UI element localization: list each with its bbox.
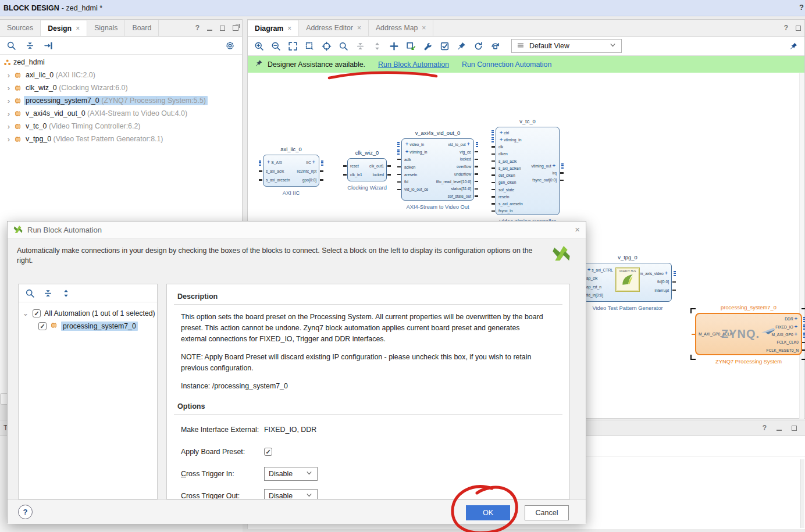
tab-sources[interactable]: Sources bbox=[0, 20, 41, 36]
ip-block-v_tpg_0[interactable]: v_tpg_0+s_axi_CTRLap_clkap_rst_nfid_in[0… bbox=[583, 263, 672, 302]
gear-icon[interactable] bbox=[223, 39, 236, 52]
tab-address-editor-close-icon[interactable]: × bbox=[357, 24, 361, 32]
chevron-right-icon[interactable]: › bbox=[5, 84, 13, 92]
view-selector-dropdown[interactable]: Default View bbox=[511, 39, 622, 53]
cancel-button[interactable]: Cancel bbox=[525, 505, 569, 520]
tree-item-axi_iic_0[interactable]: ›axi_iic_0 (AXI IIC:2.0) bbox=[0, 69, 242, 81]
port-sof_state: sof_state bbox=[496, 186, 525, 193]
left-panel-minimize-icon[interactable] bbox=[207, 26, 212, 31]
ps7-checkbox[interactable]: ✓ bbox=[38, 322, 47, 330]
bottom-right-help-icon[interactable]: ? bbox=[763, 424, 767, 432]
pin-icon[interactable] bbox=[787, 40, 800, 52]
tab-board[interactable]: Board bbox=[125, 20, 159, 36]
tree-item-v_tpg_0[interactable]: ›v_tpg_0 (Video Test Pattern Generator:8… bbox=[0, 133, 242, 145]
block-title: v_tc_0 bbox=[519, 118, 536, 124]
ip-block-axi_iic_0[interactable]: axi_iic_0+S_AXIs_axi_aclks_axi_aresetnII… bbox=[263, 155, 319, 187]
collapse-all-icon[interactable] bbox=[23, 39, 36, 52]
run-block-automation-dialog: Run Block Automation × Automatically mak… bbox=[7, 221, 586, 523]
left-panel-float-icon[interactable] bbox=[233, 25, 238, 31]
chevron-down-icon[interactable]: ⌄ bbox=[22, 309, 29, 317]
expand-all-icon[interactable] bbox=[59, 287, 72, 299]
port-aclken: aclken bbox=[402, 163, 430, 171]
reload-view-icon[interactable] bbox=[489, 40, 501, 52]
left-panel-help-icon[interactable]: ? bbox=[195, 24, 200, 32]
automation-tree-item-row[interactable]: ✓ processing_system7_0 bbox=[19, 320, 157, 333]
scroll-to-selection-icon[interactable] bbox=[42, 39, 55, 52]
chevron-down-icon bbox=[305, 491, 313, 499]
tree-root-row[interactable]: zed_hdmi bbox=[0, 56, 242, 69]
ip-block-v_tc_0[interactable]: v_tc_0+ctrl+vtiming_inclkclkens_axi_aclk… bbox=[496, 127, 560, 215]
diagram-toolbar: Default View bbox=[248, 37, 804, 56]
zoom-to-selection-icon[interactable] bbox=[303, 40, 316, 52]
tree-item-v_tc_0[interactable]: ›v_tc_0 (Video Timing Controller:6.2) bbox=[0, 120, 242, 133]
tab-address-editor[interactable]: Address Editor× bbox=[299, 20, 369, 36]
tab-address-map-close-icon[interactable]: × bbox=[422, 24, 426, 32]
bottom-right-minimize-icon[interactable] bbox=[776, 426, 782, 431]
chevron-right-icon[interactable]: › bbox=[5, 135, 13, 144]
run-connection-automation-link[interactable]: Run Connection Automation bbox=[462, 60, 551, 69]
search-icon[interactable] bbox=[5, 39, 17, 52]
tab-diagram[interactable]: Diagram× bbox=[248, 20, 299, 36]
ip-block-processing_system7_0[interactable]: processing_system7_0M_AXI_GP0_ACLKZYNQ.D… bbox=[695, 313, 802, 355]
description-paragraph-1: This option sets the board preset on the… bbox=[181, 312, 546, 345]
expand-icon[interactable] bbox=[371, 40, 383, 52]
tab-design[interactable]: Design× bbox=[41, 20, 87, 36]
collapse-all-icon[interactable] bbox=[41, 287, 54, 299]
port-fifo_read_level[10:0]: fifo_read_level[10:0] bbox=[434, 178, 473, 185]
tab-design-close-icon[interactable]: × bbox=[76, 24, 80, 33]
ip-block-clk_wiz_0[interactable]: clk_wiz_0resetclk_in1clk_out1lockedClock… bbox=[347, 158, 387, 181]
cross-trigger-in-select[interactable]: Disable bbox=[264, 467, 318, 481]
tab-signals[interactable]: Signals bbox=[87, 20, 125, 36]
bottom-right-maximize-icon[interactable] bbox=[792, 426, 797, 431]
automation-tree-root-row[interactable]: ⌄ ✓ All Automation (1 out of 1 selected) bbox=[19, 307, 157, 320]
refresh-icon[interactable] bbox=[472, 40, 485, 52]
port-iic2intc_irpt: iic2intc_irpt bbox=[295, 167, 319, 176]
add-ip-icon[interactable] bbox=[387, 40, 400, 52]
zoom-fit-icon[interactable] bbox=[286, 40, 299, 52]
add-module-icon[interactable] bbox=[404, 40, 417, 52]
diagram-help-icon[interactable]: ? bbox=[784, 24, 788, 32]
customize-icon[interactable] bbox=[421, 40, 434, 52]
left-panel-maximize-icon[interactable] bbox=[220, 26, 225, 31]
search-icon[interactable] bbox=[23, 287, 36, 299]
tab-diagram-close-icon[interactable]: × bbox=[287, 24, 291, 33]
tree-item-v_axi4s_vid_out_0[interactable]: ›v_axi4s_vid_out_0 (AXI4-Stream to Video… bbox=[0, 107, 242, 120]
ok-button[interactable]: OK bbox=[466, 505, 510, 520]
port-FIXED_IO: FIXED_IO+ bbox=[764, 323, 801, 330]
ip-block-icon bbox=[14, 110, 22, 117]
bottom-right-scrollbar[interactable] bbox=[800, 459, 804, 528]
run-block-automation-link[interactable]: Run Block Automation bbox=[378, 60, 449, 69]
chevron-right-icon[interactable]: › bbox=[5, 122, 13, 131]
chevron-right-icon[interactable]: › bbox=[5, 71, 13, 80]
search-icon[interactable] bbox=[337, 40, 350, 52]
zoom-out-icon[interactable] bbox=[269, 40, 282, 52]
tab-address-map[interactable]: Address Map× bbox=[369, 20, 433, 36]
titlebar-help-icon[interactable]: ? bbox=[799, 3, 804, 12]
vivado-hls-logo: Vivado™ HLS bbox=[615, 267, 640, 292]
validate-design-icon[interactable] bbox=[438, 40, 451, 52]
chevron-down-icon bbox=[609, 41, 617, 51]
pin-icon[interactable] bbox=[455, 40, 468, 52]
tree-item-desc: (AXI IIC:2.0) bbox=[56, 71, 95, 79]
dialog-help-icon[interactable]: ? bbox=[18, 505, 33, 519]
tree-item-desc: (AXI4-Stream to Video Out:4.0) bbox=[87, 109, 187, 117]
chevron-right-icon[interactable]: › bbox=[5, 109, 13, 118]
chevron-down-icon bbox=[305, 469, 313, 479]
port-det_clken: det_clken bbox=[496, 172, 525, 179]
ip-block-v_axi4s_vid_out_0[interactable]: v_axi4s_vid_out_0+video_in+vtiming_inacl… bbox=[401, 138, 474, 201]
dialog-close-icon[interactable]: × bbox=[575, 224, 580, 234]
port-FCLK_CLK0: FCLK_CLK0 bbox=[764, 338, 801, 346]
collapse-icon[interactable] bbox=[354, 40, 366, 52]
tree-item-clk_wiz_0[interactable]: ›clk_wiz_0 (Clocking Wizard:6.0) bbox=[0, 81, 242, 94]
cross-trigger-out-select[interactable]: Disable bbox=[264, 489, 318, 499]
diagram-maximize-icon[interactable] bbox=[796, 26, 801, 31]
diagram-scrollbar[interactable] bbox=[799, 73, 804, 419]
chevron-right-icon[interactable]: › bbox=[5, 97, 13, 105]
tree-item-processing_system7_0[interactable]: ›processing_system7_0 (ZYNQ7 Processing … bbox=[0, 94, 242, 107]
port-interrupt: interrupt bbox=[637, 286, 671, 295]
all-automation-checkbox[interactable]: ✓ bbox=[33, 309, 41, 317]
zoom-in-icon[interactable] bbox=[252, 40, 265, 52]
auto-center-icon[interactable] bbox=[320, 40, 333, 52]
apply-board-preset-checkbox[interactable]: ✓ bbox=[264, 448, 272, 456]
pin-icon bbox=[255, 59, 263, 69]
